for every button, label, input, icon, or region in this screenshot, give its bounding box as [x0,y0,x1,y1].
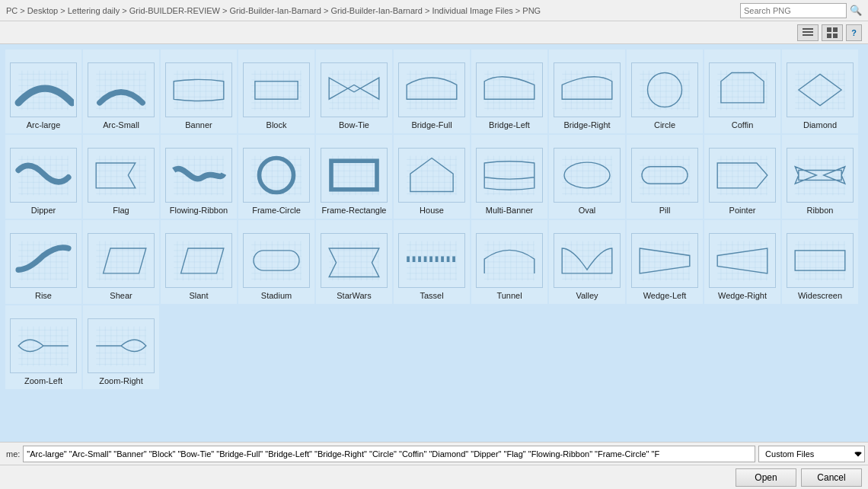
list-item[interactable]: Arc-Small [83,50,159,133]
list-item[interactable]: Bridge-Left [471,50,547,133]
file-label: Flag [113,206,129,215]
filetype-select[interactable]: Custom Files [758,446,865,462]
svg-rect-4 [833,27,838,32]
file-thumbnail [554,233,621,288]
list-item[interactable]: Frame-Circle [238,135,314,219]
file-label: Stadium [261,291,292,300]
svg-rect-435 [254,251,299,270]
list-item[interactable]: Bridge-Full [394,50,470,133]
list-item[interactable]: Circle [627,50,703,133]
breadcrumb-bar: PC > Desktop > Lettering daily > Grid-BU… [0,0,868,21]
list-item[interactable]: Widescreen [782,220,858,304]
list-item[interactable]: StarWars [316,220,392,304]
file-thumbnail [554,148,621,203]
svg-rect-336 [642,167,688,184]
list-item[interactable]: Valley [549,220,625,304]
file-label: Bridge-Full [411,120,452,129]
search-input[interactable] [740,3,847,18]
list-item[interactable]: Ribbon [782,135,858,219]
list-item[interactable]: Flag [83,135,159,219]
svg-rect-551 [795,251,845,270]
file-thumbnail [787,233,854,288]
file-label: House [420,206,444,215]
file-label: Coffin [732,120,754,129]
list-item[interactable]: Flowing-Ribbon [161,135,237,219]
list-item[interactable]: Pill [627,135,703,219]
list-item[interactable]: Pointer [704,135,780,219]
file-thumbnail [165,148,232,203]
file-thumbnail [398,148,465,203]
cancel-button[interactable]: Cancel [801,468,862,487]
file-label: Bridge-Right [563,120,610,129]
list-item[interactable]: Wedge-Right [704,220,780,304]
file-label: Arc-large [27,120,61,129]
action-bar: Open Cancel [0,465,868,489]
list-item[interactable]: Zoom-Right [83,305,159,389]
list-item[interactable]: Bridge-Right [549,50,625,133]
file-thumbnail [321,233,388,288]
open-button[interactable]: Open [736,468,796,487]
list-item[interactable]: Block [238,50,314,133]
file-thumbnail [631,233,698,288]
list-item[interactable]: Bow-Tie [316,50,392,133]
file-thumbnail [321,148,388,203]
list-item[interactable]: Zoom-Left [5,305,81,389]
list-item[interactable]: Shear [83,220,159,304]
bottom-bar: me: Custom Files ▼ [0,442,868,465]
file-label: Arc-Small [103,120,139,129]
list-item[interactable]: Arc-large [5,50,81,133]
file-label: Tunnel [496,291,522,300]
file-thumbnail [243,62,310,117]
svg-rect-0 [803,28,813,30]
file-thumbnail [165,62,232,117]
svg-marker-452 [329,248,379,277]
list-item[interactable]: House [394,135,470,219]
list-item[interactable]: Banner [161,50,237,133]
help-btn[interactable]: ? [846,24,862,41]
list-item[interactable]: Wedge-Left [627,220,703,304]
list-item[interactable]: Slant [161,220,237,304]
svg-marker-187 [799,74,841,105]
file-label: Diamond [803,120,837,129]
file-label: Wedge-Right [718,291,767,300]
filename-label: me: [6,449,20,459]
svg-rect-2 [803,34,813,36]
file-thumbnail [10,318,77,373]
svg-rect-1 [803,31,813,33]
file-thumbnail [10,62,77,117]
search-icon[interactable]: 🔍 [850,5,862,16]
list-item[interactable]: Dipper [5,135,81,219]
file-label: Rise [35,291,52,300]
filename-input[interactable] [23,446,755,462]
file-label: Zoom-Right [99,376,142,385]
list-item[interactable]: Stadium [238,220,314,304]
svg-marker-517 [640,248,690,273]
file-thumbnail [88,148,155,203]
file-thumbnail [321,62,388,117]
svg-marker-170 [721,73,764,103]
toolbar: ? [0,21,868,44]
file-view: Arc-largeArc-SmallBannerBlockBow-TieBrid… [0,44,868,442]
file-thumbnail [10,233,77,288]
list-view-btn[interactable] [797,24,819,41]
file-label: Flowing-Ribbon [170,206,228,215]
details-view-btn[interactable] [822,24,843,41]
list-item[interactable]: Oval [549,135,625,219]
svg-marker-534 [717,248,767,273]
file-label: Dipper [31,206,56,215]
file-thumbnail [709,233,776,288]
list-item[interactable]: Frame-Rectangle [316,135,392,219]
file-label: Valley [576,291,598,300]
list-item[interactable]: Multi-Banner [471,135,547,219]
list-item[interactable]: Tunnel [471,220,547,304]
list-item[interactable]: Diamond [782,50,858,133]
svg-rect-5 [827,34,831,38]
svg-marker-286 [410,158,453,192]
list-item[interactable]: Rise [5,220,81,304]
svg-marker-353 [717,163,767,188]
file-label: Bridge-Left [489,120,530,129]
list-item[interactable]: Coffin [704,50,780,133]
file-thumbnail [631,62,698,117]
file-label: Block [266,120,287,129]
list-item[interactable]: Tassel [394,220,470,304]
